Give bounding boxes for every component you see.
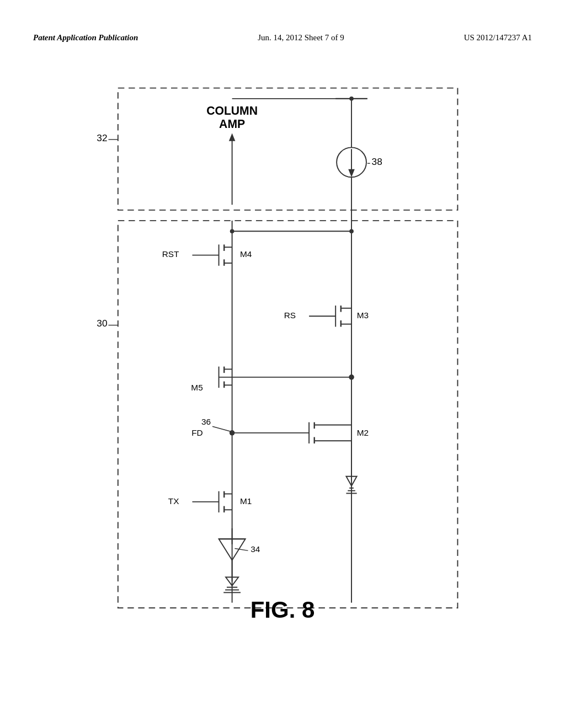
header-left: Patent Application Publication [33,33,138,42]
svg-point-35 [349,374,354,380]
ref30-label: 30 [97,318,107,329]
tx-label: TX [168,496,179,506]
m4-label: M4 [240,249,252,259]
header-center: Jun. 14, 2012 Sheet 7 of 9 [258,33,344,42]
m3-label: M3 [357,311,369,320]
ref36-label: 36 [201,417,211,426]
svg-rect-1 [118,221,458,608]
m2-label: M2 [357,428,369,437]
circuit-diagram: 32 30 COLUMN AMP 38 [66,83,499,640]
ref38-label: 38 [372,156,382,167]
svg-marker-5 [229,133,236,141]
svg-point-66 [349,229,354,233]
column-amp-label2: AMP [219,117,245,130]
svg-marker-8 [348,169,355,177]
ref34-label: 34 [250,544,260,554]
fd-label: FD [191,428,203,437]
svg-rect-0 [118,88,458,210]
svg-line-58 [234,549,248,551]
svg-point-65 [230,229,234,233]
fig-label: FIG. 8 [250,597,315,623]
m1-label: M1 [240,496,252,506]
ref32-label: 32 [97,132,107,143]
m5-label: M5 [191,383,202,392]
page-header: Patent Application Publication Jun. 14, … [33,33,532,42]
circuit-svg: 32 30 COLUMN AMP 38 [66,83,499,640]
rst-label: RST [162,249,179,259]
rs-label: RS [284,311,296,320]
svg-line-37 [212,426,232,432]
column-amp-label: COLUMN [206,104,258,117]
header-right: US 2012/147237 A1 [464,33,532,42]
